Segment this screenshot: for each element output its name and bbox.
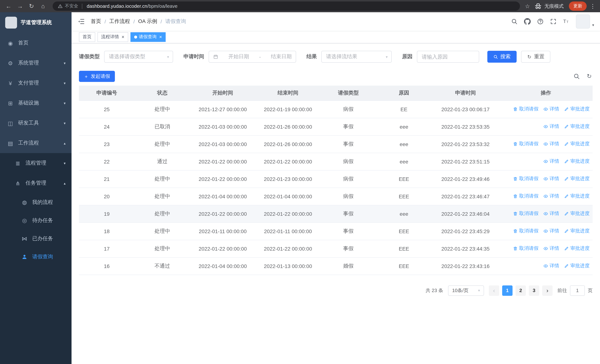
reason-input[interactable] [417,51,479,63]
cancel-leave-link[interactable]: 取消请假 [513,228,538,234]
page-button-2[interactable]: 2 [516,285,526,296]
detail-link[interactable]: 详情 [543,123,559,130]
app-logo-row[interactable]: 芋道管理系统 [0,12,72,33]
page-button-1[interactable]: 1 [502,285,513,296]
browser-update-button[interactable]: 更新 [569,1,587,11]
progress-link[interactable]: 审批进度 [564,193,590,200]
reset-button[interactable]: ↻ 重置 [521,51,550,63]
progress-link[interactable]: 审批进度 [564,141,590,147]
security-warning-label[interactable]: 不安全 [65,3,78,9]
goto-page-input[interactable] [570,285,585,296]
sidebar-item-payment-management[interactable]: ¥支付管理▾ [0,73,72,93]
close-icon[interactable]: × [159,35,162,39]
cancel-leave-link[interactable]: 取消请假 [513,106,538,112]
cancel-leave-link[interactable]: 取消请假 [513,210,538,217]
svg-text:T: T [563,19,566,24]
help-icon[interactable] [537,18,544,25]
create-leave-button[interactable]: + 发起请假 [79,71,115,82]
cancel-leave-link[interactable]: 取消请假 [513,245,538,252]
breadcrumb-item[interactable]: 工作流程 [109,18,130,25]
tab-home[interactable]: 首页 [79,32,95,42]
sidebar-item-todo-tasks[interactable]: ◎待办任务 [0,211,72,229]
progress-link[interactable]: 审批进度 [564,210,590,217]
browser-reload-icon[interactable]: ↻ [28,3,36,10]
user-avatar[interactable] [576,14,590,28]
next-page-button[interactable]: › [542,285,553,296]
sidebar-item-my-process[interactable]: ◍我的流程 [0,193,72,211]
cell-start: 2021-12-27 00:00:00 [190,101,255,118]
cancel-leave-link[interactable]: 取消请假 [513,176,538,182]
github-icon[interactable] [524,18,531,25]
address-bar[interactable]: 不安全 dashboard.yudao.iocoder.cn/bpm/oa/le… [53,1,520,11]
progress-link[interactable]: 审批进度 [564,245,590,252]
detail-link[interactable]: 详情 [543,176,559,182]
detail-link[interactable]: 详情 [543,141,559,147]
cell-end: 2022-01-22 00:00:00 [255,205,320,222]
avatar-caret-icon[interactable]: ▾ [592,23,594,27]
sidebar-item-home[interactable]: ◉首页 [0,33,72,53]
cancel-leave-link[interactable]: 取消请假 [513,193,538,200]
tab-leave-query[interactable]: 请假查询× [130,32,166,42]
toggle-search-icon[interactable] [573,73,580,80]
detail-link[interactable]: 详情 [543,263,559,269]
browser-back-icon[interactable]: ← [4,3,13,9]
detail-link[interactable]: 详情 [543,158,559,165]
cancel-leave-link[interactable]: 取消请假 [513,141,538,147]
cell-status: 处理中 [134,240,190,257]
security-warning-icon[interactable] [58,4,63,9]
sidebar-item-dev-tools[interactable]: ◫研发工具▾ [0,113,72,133]
detail-link[interactable]: 详情 [543,106,559,112]
sidebar-item-task-management[interactable]: ⋔任务管理▴ [0,173,72,193]
page-size-select[interactable]: 10条/页 ▾ [448,285,484,296]
cell-actions: 取消请假详情审批进度 [499,187,593,205]
sidebar-toggle-icon[interactable] [77,18,85,25]
leave-type-select[interactable]: 请选择请假类型 ▾ [104,51,173,63]
sidebar-item-system-management[interactable]: ⚙系统管理▾ [0,53,72,73]
progress-link[interactable]: 审批进度 [564,228,590,234]
sidebar-item-process-management[interactable]: ≣流程管理▾ [0,153,72,173]
progress-link[interactable]: 审批进度 [564,176,590,182]
progress-link[interactable]: 审批进度 [564,123,590,130]
sidebar-item-infrastructure[interactable]: ⊞基础设施▾ [0,93,72,113]
sidebar-item-done-tasks[interactable]: ⋈已办任务 [0,229,72,248]
tab-process-detail[interactable]: 流程详情× [97,32,128,42]
search-icon[interactable] [511,18,518,25]
progress-link[interactable]: 审批进度 [564,158,590,165]
url-text[interactable]: dashboard.yudao.iocoder.cn/bpm/oa/leave [87,3,178,9]
cell-apply_time: 2022-01-22 23:46:47 [432,187,499,205]
cell-start: 2022-01-03 00:00:00 [190,118,255,135]
progress-link[interactable]: 审批进度 [564,263,590,269]
breadcrumb-separator: / [133,19,135,24]
sidebar: 芋道管理系统 ◉首页⚙系统管理▾¥支付管理▾⊞基础设施▾◫研发工具▾▤工作流程▴… [0,12,72,364]
progress-link[interactable]: 审批进度 [564,106,590,112]
eye-icon [543,194,548,199]
detail-link[interactable]: 详情 [543,228,559,234]
sidebar-item-workflow[interactable]: ▤工作流程▴ [0,133,72,153]
prev-page-button[interactable]: ‹ [489,285,499,296]
leave-table: 申请编号状态开始时间结束时间请假类型原因申请时间操作 25处理中2021-12-… [79,86,593,275]
cell-actions: 详情审批进度 [499,153,593,170]
cell-apply_time: 2022-01-22 23:53:32 [432,135,499,153]
search-button[interactable]: 搜索 [487,51,517,63]
breadcrumb-item[interactable]: OA 示例 [138,18,157,25]
browser-forward-icon[interactable]: → [16,3,24,9]
result-select[interactable]: 请选择流结果 ▾ [321,51,392,63]
font-size-icon[interactable]: TT [563,18,570,25]
page-button-3[interactable]: 3 [529,285,539,296]
detail-link[interactable]: 详情 [543,193,559,200]
close-icon[interactable]: × [122,35,124,39]
breadcrumb-item[interactable]: 首页 [91,18,101,25]
sidebar-item-leave-query[interactable]: 请假查询 [0,248,72,266]
browser-menu-icon[interactable]: ⋮ [590,3,596,9]
pencil-icon [564,263,569,268]
detail-link[interactable]: 详情 [543,245,559,252]
detail-link[interactable]: 详情 [543,210,559,217]
browser-home-icon[interactable]: ⌂ [39,3,47,9]
fullscreen-icon[interactable] [550,18,557,25]
chevron-down-icon: ▾ [478,288,480,292]
eye-icon [543,263,548,268]
refresh-table-icon[interactable]: ↻ [586,73,593,80]
action-label: 详情 [550,245,559,252]
apply-time-range-picker[interactable]: 开始日期 - 结束日期 [209,51,296,63]
bookmark-star-icon[interactable]: ☆ [525,3,530,9]
